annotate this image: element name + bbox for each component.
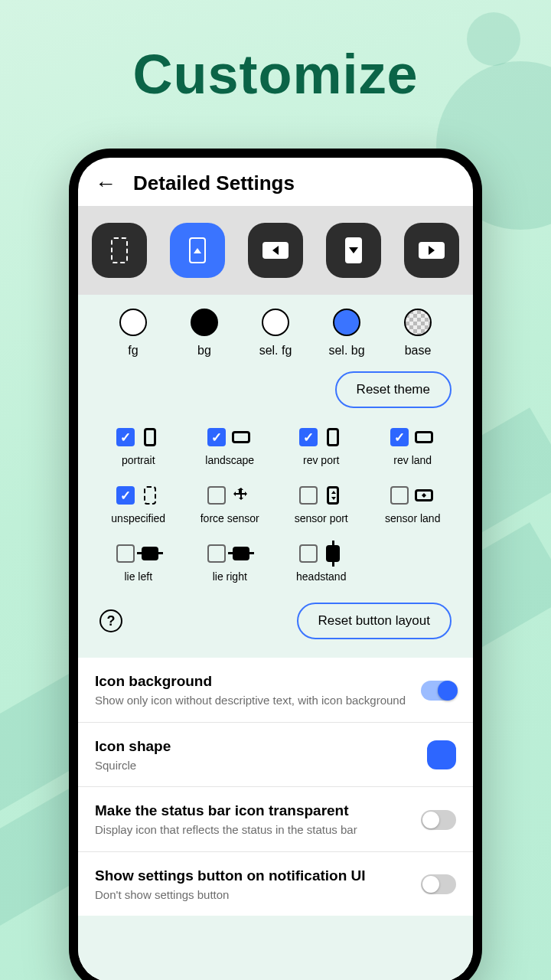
force-sensor-icon [230, 485, 252, 506]
setting-icon-background[interactable]: Icon backgroundShow only icon without de… [78, 658, 473, 722]
grid-label: sensor land [385, 512, 440, 524]
swatch-label: base [405, 344, 432, 358]
toggle-switch[interactable] [421, 810, 456, 830]
circle-icon [119, 309, 147, 336]
grid-label: force sensor [201, 512, 259, 524]
promo-title: Customize [0, 43, 551, 106]
lie-left-icon [139, 543, 161, 564]
grid-item-force-sensor[interactable]: force sensor [187, 485, 274, 524]
phone-frame: ← Detailed Settings fg bg sel. fg sel. b… [69, 149, 482, 980]
setting-title: Icon background [95, 673, 409, 690]
checkbox-icon[interactable] [299, 544, 318, 563]
checkbox-icon[interactable] [299, 486, 318, 505]
tile-unspecified[interactable] [92, 223, 147, 278]
grid-item-headstand[interactable]: headstand [278, 543, 365, 583]
grid-label: lie left [124, 570, 152, 583]
appbar: ← Detailed Settings [78, 158, 473, 206]
back-arrow-icon[interactable]: ← [95, 173, 116, 194]
sensor-port-icon [322, 485, 344, 506]
swatch-label: sel. fg [259, 344, 292, 358]
swatch-fg[interactable]: fg [101, 309, 165, 358]
swatch-label: sel. bg [328, 344, 364, 358]
checkbox-icon[interactable] [390, 428, 409, 446]
grid-label: sensor port [295, 512, 348, 524]
grid-label: lie right [213, 570, 247, 583]
swatch-label: fg [128, 344, 138, 358]
circle-icon [191, 309, 218, 336]
grid-item-lie-left[interactable]: lie left [95, 543, 182, 583]
circle-icon [262, 309, 289, 336]
checker-icon [404, 309, 432, 336]
landscape-icon [230, 426, 252, 448]
toggle-switch[interactable] [421, 874, 456, 894]
phone-portrait-icon [189, 237, 206, 263]
setting-title: Make the status bar icon transparent [95, 802, 409, 819]
grid-item-rev-port[interactable]: rev port [278, 426, 365, 466]
checkbox-icon[interactable] [116, 428, 135, 446]
unspecified-icon [139, 485, 161, 506]
grid-item-rev-land[interactable]: rev land [370, 426, 457, 466]
setting-notification-button[interactable]: Show settings button on notification UID… [78, 851, 473, 916]
sensor-land-icon [413, 485, 435, 506]
swatch-label: bg [197, 344, 211, 358]
grid-item-sensor-port[interactable]: sensor port [278, 485, 365, 524]
portrait-icon [139, 426, 161, 448]
tile-landscape-right[interactable] [404, 223, 459, 278]
grid-label: headstand [296, 570, 346, 583]
page-title: Detailed Settings [133, 172, 295, 195]
swatch-sel-bg[interactable]: sel. bg [315, 309, 379, 358]
grid-item-landscape[interactable]: landscape [187, 426, 274, 466]
swatch-bg[interactable]: bg [172, 309, 236, 358]
phone-landscape-right-icon [419, 242, 445, 259]
checkbox-icon[interactable] [299, 428, 318, 446]
checkbox-icon[interactable] [116, 486, 135, 505]
settings-list: Icon backgroundShow only icon without de… [78, 658, 473, 916]
grid-label: portrait [122, 454, 155, 466]
headstand-icon [322, 543, 344, 564]
setting-subtitle: Display icon that reflects the status in… [95, 822, 409, 838]
toolbar-tiles [78, 206, 473, 295]
setting-title: Show settings button on notification UI [95, 867, 409, 884]
grid-item-lie-right[interactable]: lie right [187, 543, 274, 583]
reset-theme-button[interactable]: Reset theme [335, 371, 452, 408]
dashed-rect-icon [111, 237, 128, 263]
phone-screen: ← Detailed Settings fg bg sel. fg sel. b… [78, 158, 473, 980]
setting-subtitle: Don't show settings button [95, 887, 409, 903]
setting-icon-shape[interactable]: Icon shapeSquircle [78, 722, 473, 787]
grid-label: rev port [303, 454, 339, 466]
help-icon[interactable]: ? [99, 609, 122, 632]
phone-landscape-left-icon [262, 242, 289, 259]
grid-label: landscape [205, 454, 254, 466]
checkbox-icon[interactable] [207, 544, 226, 563]
swatch-sel-fg[interactable]: sel. fg [243, 309, 308, 358]
checkbox-icon[interactable] [207, 486, 226, 505]
tile-portrait-down[interactable] [326, 223, 381, 278]
grid-item-unspecified[interactable]: unspecified [95, 485, 182, 524]
tile-landscape-left[interactable] [248, 223, 303, 278]
checkbox-icon[interactable] [116, 544, 135, 563]
tile-portrait[interactable] [170, 223, 225, 278]
circle-icon [333, 309, 360, 336]
lie-right-icon [230, 543, 252, 564]
setting-title: Icon shape [95, 738, 415, 755]
rev-land-icon [413, 426, 435, 448]
grid-item-portrait[interactable]: portrait [95, 426, 182, 466]
setting-subtitle: Squircle [95, 758, 415, 773]
reset-layout-button[interactable]: Reset button layout [297, 603, 452, 639]
checkbox-icon[interactable] [390, 486, 409, 505]
grid-label: unspecified [111, 512, 165, 524]
setting-status-transparent[interactable]: Make the status bar icon transparentDisp… [78, 786, 473, 851]
color-swatches: fg bg sel. fg sel. bg base [95, 309, 456, 358]
rev-port-icon [322, 426, 344, 448]
grid-label: rev land [393, 454, 432, 466]
checkbox-icon[interactable] [207, 428, 226, 446]
grid-item-sensor-land[interactable]: sensor land [370, 485, 457, 524]
orientation-grid: portrait landscape rev port rev land uns… [95, 426, 456, 583]
phone-portrait-down-icon [345, 237, 362, 263]
setting-subtitle: Show only icon without descriptive text,… [95, 693, 409, 708]
swatch-base[interactable]: base [386, 309, 450, 358]
toggle-switch[interactable] [421, 681, 456, 701]
squircle-preview-icon [427, 740, 456, 769]
